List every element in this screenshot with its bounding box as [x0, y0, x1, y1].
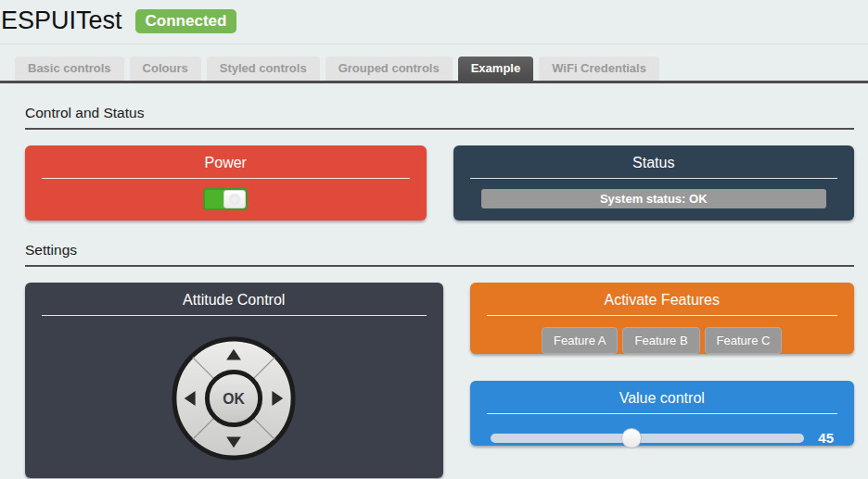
row-settings: Attitude Control [25, 283, 854, 478]
section-divider [25, 128, 854, 130]
main-content: Control and Status Power Status System s… [0, 105, 868, 478]
panel-title-rule [487, 413, 838, 414]
power-toggle-switch[interactable] [203, 188, 248, 210]
app-header: ESPUITest Connected [0, 0, 868, 44]
power-panel: Power [25, 145, 427, 221]
section-label-settings: Settings [25, 242, 854, 258]
panel-title-rule [42, 178, 410, 179]
activate-features-panel: Activate Features Feature A Feature B Fe… [470, 283, 855, 354]
value-slider-knob[interactable] [621, 428, 642, 448]
tab-example[interactable]: Example [458, 57, 533, 81]
settings-right-column: Activate Features Feature A Feature B Fe… [470, 283, 855, 446]
panel-title-rule [470, 178, 838, 179]
ok-button-label[interactable]: OK [223, 391, 245, 407]
tab-basic-controls[interactable]: Basic controls [15, 57, 124, 81]
tab-bar: Basic controls Colours Styled controls G… [0, 57, 868, 83]
feature-c-button[interactable]: Feature C [705, 327, 783, 354]
row-control-and-status: Power Status System status: OK [25, 145, 854, 221]
dpad-control[interactable]: OK [170, 334, 298, 462]
value-panel-title: Value control [487, 387, 838, 413]
connection-status-badge: Connected [135, 9, 237, 33]
panel-title-rule [487, 315, 838, 316]
attitude-control-panel: Attitude Control [25, 283, 443, 478]
attitude-panel-title: Attitude Control [42, 289, 427, 315]
value-control-panel: Value control 45 [470, 381, 855, 446]
system-status-label: System status: OK [481, 189, 827, 208]
slider-value-label: 45 [818, 430, 834, 446]
section-label-control-and-status: Control and Status [25, 105, 854, 121]
value-slider-track[interactable] [491, 434, 805, 443]
power-panel-title: Power [42, 152, 410, 178]
toggle-knob[interactable] [223, 190, 247, 208]
status-panel: Status System status: OK [453, 145, 855, 221]
app-title: ESPUITest [1, 6, 122, 35]
feature-b-button[interactable]: Feature B [622, 327, 699, 354]
tab-grouped-controls[interactable]: Grouped controls [326, 57, 453, 81]
tab-wifi-credentials[interactable]: WiFi Credentials [539, 57, 659, 81]
tab-styled-controls[interactable]: Styled controls [207, 57, 320, 81]
tab-colours[interactable]: Colours [130, 57, 201, 81]
section-divider [25, 265, 854, 267]
panel-title-rule [42, 315, 427, 316]
features-panel-title: Activate Features [487, 289, 838, 315]
status-panel-title: Status [470, 152, 838, 178]
feature-a-button[interactable]: Feature A [542, 327, 618, 354]
